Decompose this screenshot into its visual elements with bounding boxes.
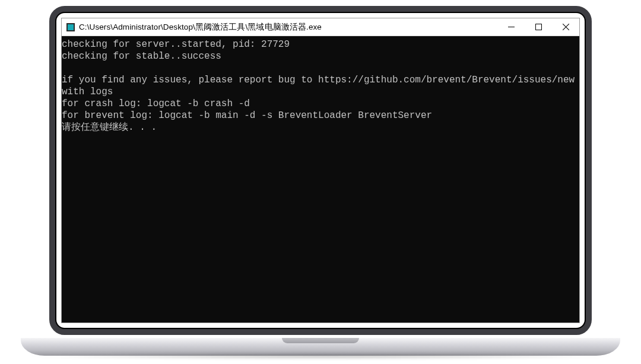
laptop-mockup: C:\Users\Administrator\Desktop\黑阈激活工具\黑域… (21, 6, 620, 356)
window-titlebar[interactable]: C:\Users\Administrator\Desktop\黑阈激活工具\黑域… (62, 18, 579, 36)
minimize-icon (508, 24, 515, 30)
window-title: C:\Users\Administrator\Desktop\黑阈激活工具\黑域… (79, 22, 497, 33)
laptop-base (21, 338, 620, 356)
svg-rect-1 (535, 24, 541, 30)
laptop-screen: C:\Users\Administrator\Desktop\黑阈激活工具\黑域… (55, 12, 586, 329)
laptop-screen-bezel: C:\Users\Administrator\Desktop\黑阈激活工具\黑域… (49, 6, 592, 335)
app-icon (66, 23, 75, 31)
close-button[interactable] (552, 18, 579, 36)
close-icon (563, 24, 569, 30)
maximize-icon (535, 24, 542, 30)
maximize-button[interactable] (525, 18, 552, 36)
window-controls (497, 18, 579, 36)
minimize-button[interactable] (497, 18, 525, 36)
console-output[interactable]: checking for server..started, pid: 27729… (62, 36, 579, 323)
console-window: C:\Users\Administrator\Desktop\黑阈激活工具\黑域… (61, 18, 580, 323)
